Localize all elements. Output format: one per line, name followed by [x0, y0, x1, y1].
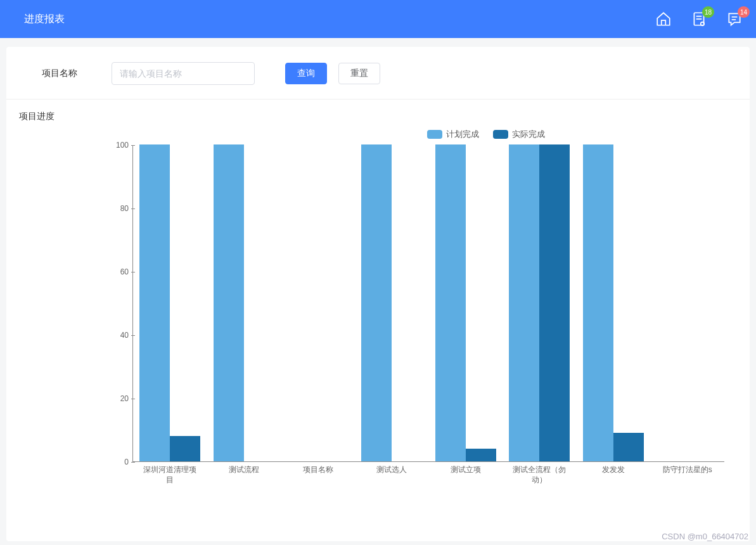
plot-area: 深圳河道清理项目测试流程项目名称测试选人测试立项测试全流程（勿动）发发发防守打法… [133, 145, 724, 462]
chart-legend: 计划完成 实际完成 [234, 122, 737, 145]
page-title: 进度报表 [24, 13, 65, 26]
category-group: 防守打法星的s [650, 145, 724, 461]
legend-label-plan: 计划完成 [446, 129, 479, 140]
bar-actual[interactable] [539, 144, 570, 461]
bar-plan[interactable] [214, 144, 244, 461]
chat-icon[interactable]: 14 [726, 10, 743, 28]
category-group: 项目名称 [281, 145, 355, 461]
bar-actual[interactable] [170, 436, 200, 461]
y-tick-label: 80 [120, 204, 129, 213]
x-tick-label: 项目名称 [290, 461, 347, 475]
y-tick-label: 0 [124, 458, 129, 466]
category-group: 测试选人 [355, 145, 429, 461]
x-tick-label: 测试全流程（勿动） [511, 461, 568, 485]
legend-item-plan[interactable]: 计划完成 [427, 129, 479, 140]
legend-item-actual[interactable]: 实际完成 [493, 129, 545, 140]
category-group: 发发发 [577, 145, 651, 461]
category-group: 测试全流程（勿动） [503, 145, 577, 461]
category-group: 深圳河道清理项目 [133, 145, 207, 461]
legend-swatch-actual [493, 130, 508, 139]
y-tick-label: 100 [116, 141, 129, 150]
project-name-input[interactable] [112, 62, 255, 85]
x-tick-label: 测试流程 [215, 461, 272, 475]
category-group: 测试流程 [207, 145, 281, 461]
x-tick-label: 深圳河道清理项目 [141, 461, 198, 485]
chart-body: 020406080100 深圳河道清理项目测试流程项目名称测试选人测试立项测试全… [19, 145, 737, 487]
doc-badge: 18 [702, 6, 714, 18]
reset-button[interactable]: 重置 [338, 63, 380, 84]
x-tick-label: 发发发 [585, 461, 642, 475]
bar-actual[interactable] [613, 433, 644, 461]
app-header: 进度报表 18 14 [0, 0, 756, 38]
y-tick-label: 20 [120, 394, 129, 403]
section-title: 项目进度 [6, 99, 750, 122]
svg-point-3 [701, 22, 704, 25]
query-button[interactable]: 查询 [285, 63, 327, 84]
home-icon[interactable] [655, 10, 672, 28]
header-icon-group: 18 14 [655, 10, 743, 28]
project-name-label: 项目名称 [42, 68, 100, 79]
y-tick-label: 40 [120, 331, 129, 340]
x-tick-label: 防守打法星的s [659, 461, 716, 475]
x-tick-label: 测试立项 [437, 461, 494, 475]
watermark: CSDN @m0_66404702 [662, 532, 748, 541]
bar-plan[interactable] [361, 144, 392, 461]
chat-badge: 14 [738, 6, 750, 18]
y-tick-label: 60 [120, 267, 129, 276]
legend-swatch-plan [427, 130, 442, 139]
bar-actual[interactable] [466, 449, 496, 461]
doc-icon[interactable]: 18 [690, 10, 708, 28]
main-panel: 项目名称 查询 重置 项目进度 计划完成 实际完成 020406080100 深… [6, 47, 750, 541]
filter-row: 项目名称 查询 重置 [6, 47, 750, 99]
category-group: 测试立项 [429, 145, 503, 461]
bar-plan[interactable] [435, 144, 466, 461]
x-tick-label: 测试选人 [363, 461, 420, 475]
y-axis: 020406080100 [108, 145, 133, 462]
bar-plan[interactable] [583, 144, 613, 461]
bar-plan[interactable] [509, 144, 539, 461]
bar-plan[interactable] [139, 144, 170, 461]
chart-container: 计划完成 实际完成 020406080100 深圳河道清理项目测试流程项目名称测… [6, 122, 750, 487]
legend-label-actual: 实际完成 [512, 129, 545, 140]
